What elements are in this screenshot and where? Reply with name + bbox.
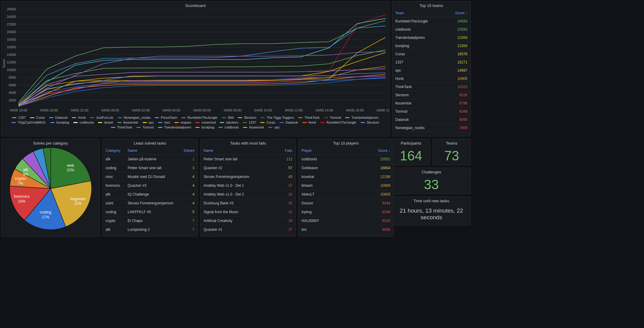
table-row[interactable]: Artificial Creativity 28 (201, 217, 295, 225)
table-row[interactable]: opc 14567 (392, 67, 470, 75)
legend-item[interactable]: Skrotum (361, 121, 379, 124)
table-row[interactable]: Andeby Web v1.0 - Del 2 32 (201, 190, 295, 199)
table-row[interactable]: coding LHKFFKLF #5 5 (103, 208, 197, 217)
table-row[interactable]: bm 8055 (298, 225, 393, 234)
col-team[interactable]: Team (392, 9, 445, 17)
table-row[interactable]: Quacker #2 57 (201, 164, 295, 173)
legend-swatch-icon (90, 117, 94, 118)
table-row[interactable]: afk IQ Challenge 4 (103, 190, 197, 199)
table-row[interactable]: AleksLT 10905 (298, 190, 393, 199)
legend-item[interactable]: Honk (72, 116, 86, 119)
legend-item[interactable]: Corax (260, 121, 275, 124)
legend-item[interactable]: Norwegian_noobs (118, 116, 151, 119)
legend-item[interactable]: fessemisk (117, 121, 138, 124)
col-player[interactable]: Player (298, 147, 356, 155)
col-fails[interactable]: Fails (275, 147, 295, 155)
legend-item[interactable]: PizzaTeam (155, 116, 177, 119)
table-row[interactable]: crypto El Chapo 7 (103, 217, 197, 225)
legend-item[interactable]: Trønderbataljonen (158, 125, 191, 129)
legend-label: ThinkTank (304, 116, 319, 119)
legend-item[interactable]: slackers (220, 121, 238, 124)
table-row[interactable]: Duckburg Bank #3 32 (201, 199, 295, 208)
legend-item[interactable]: opc (143, 121, 154, 124)
table-row[interactable]: bootplug 21554 (392, 42, 470, 50)
legend-label: RumbleInTheJungle (187, 116, 217, 119)
legend-item[interactable]: RumbleInTheJungle (181, 116, 217, 119)
table-row[interactable]: tryeng 8348 (298, 208, 393, 217)
table-row[interactable]: RumbleInTheJungle 24550 (392, 17, 470, 26)
legend-item[interactable]: 1337 (243, 121, 256, 124)
legend-item[interactable]: Tormod (324, 116, 341, 119)
table-row[interactable]: Noidremained 7809 (298, 234, 393, 237)
col-score[interactable]: Score ↓ (445, 9, 470, 17)
table-row[interactable]: Goldwave 18804 (298, 164, 393, 173)
legend-item[interactable]: bootplug (50, 121, 69, 124)
table-row[interactable]: coldboots 23550 (392, 26, 470, 34)
table-row[interactable]: ThinkTank 10323 (392, 83, 470, 91)
legend-item[interactable]: RumbleInTheJungle (320, 121, 356, 124)
legend-swatch-icon (222, 117, 226, 118)
table-row[interactable]: Skrues Forretningsimperium 43 (201, 173, 295, 181)
table-row[interactable]: bheam 10969 (298, 181, 393, 190)
table-row[interactable]: Signal from the Moon 32 (201, 208, 295, 217)
table-row[interactable]: fessemisk 8796 (392, 99, 470, 108)
legend-item[interactable]: 1337 (12, 116, 25, 119)
legend-item[interactable]: respwn (174, 121, 191, 124)
table-row[interactable]: Trønderbataljonen 22966 (392, 34, 470, 42)
table-row[interactable]: Doozer 9344 (298, 199, 393, 208)
table-row[interactable]: kosehai 12288 (298, 173, 393, 181)
legend-item[interactable]: Siiiii (222, 116, 234, 119)
legend-item[interactable]: runarmod (195, 121, 216, 124)
legend-item[interactable]: Corax (30, 116, 45, 119)
team-cell: Skrotum (392, 91, 445, 99)
legend-item[interactable]: Tormod (137, 125, 154, 129)
table-row[interactable]: forensics Quacker #3 4 (103, 181, 197, 190)
table-row[interactable]: Tormod 8348 (392, 108, 470, 116)
table-row[interactable]: Petter Smart sine tall 112 (201, 155, 295, 164)
table-row[interactable]: Honk 10905 (392, 75, 470, 83)
table-row[interactable]: afk Jakten på kodene 1 (103, 155, 197, 164)
legend-item[interactable]: coldboots (218, 125, 239, 129)
legend-item[interactable]: opc (268, 125, 280, 129)
solves-cell: 5 (180, 208, 197, 217)
table-row[interactable]: HAL5000Y 8316 (298, 217, 393, 225)
table-row[interactable]: 1337 15271 (392, 58, 470, 67)
legend-item[interactable]: Y2pjZ1plVmtjMkVL (12, 121, 46, 124)
table-row[interactable]: afk Lockpicking 2 7 (103, 225, 197, 234)
legend-item[interactable]: Datanok (280, 121, 298, 124)
table-row[interactable]: to_skruer_løs 27 (201, 234, 295, 237)
scoreboard-chart[interactable]: Score 2000400060008000100001200014000160… (5, 9, 386, 114)
col-name[interactable]: Name (125, 147, 180, 155)
legend-item[interactable]: Skrotum (238, 116, 256, 119)
col-score[interactable]: Score ↓ (356, 147, 393, 155)
col-solves[interactable]: Solves (180, 147, 197, 155)
legend-item[interactable]: ThinkTank (111, 125, 132, 129)
legend-item[interactable]: Datanok (49, 116, 68, 119)
legend-item[interactable]: The Tiggy Toggers (261, 116, 294, 119)
table-row[interactable]: osint Skrues Forretningsimperium 4 (103, 199, 197, 208)
table-row[interactable]: Norwegian_noobs 7809 (392, 124, 470, 132)
legend-item[interactable]: fessemisk (243, 125, 264, 129)
legend-item[interactable]: osci (158, 121, 170, 124)
table-row[interactable]: misc Musikk med DJ Donald 4 (103, 173, 197, 181)
table-row[interactable]: forensics en_skrue_løs 9 (103, 234, 197, 237)
col-category[interactable]: Category (103, 147, 125, 155)
legend-item[interactable]: bootplug (195, 125, 214, 129)
table-row[interactable]: Andeby Web v1.0 - Del 1 37 (201, 181, 295, 190)
legend-item[interactable]: JustForLolz (90, 116, 113, 119)
table-row[interactable]: Corax 18576 (392, 50, 470, 58)
legend-item[interactable]: ThinkTank (298, 116, 319, 119)
table-row[interactable]: Skrotum 9226 (392, 91, 470, 99)
table-row[interactable]: Datanok 8055 (392, 116, 470, 124)
table-row[interactable]: Quacker #1 27 (201, 225, 295, 234)
pie-chart[interactable]: web22%beginner22%coding17%forensics15%cr… (2, 147, 99, 230)
table-row[interactable]: coding Petter Smart sine tall 3 (103, 164, 197, 173)
legend-item[interactable]: Honk (302, 121, 316, 124)
col-name[interactable]: Name (201, 147, 275, 155)
legend-label: fessemisk (249, 125, 264, 129)
legend-label: coldboots (79, 121, 94, 124)
legend-item[interactable]: duniel (98, 121, 113, 124)
table-row[interactable]: coldboots 23552 (298, 155, 393, 164)
legend-item[interactable]: Trønderbataljonen (345, 116, 378, 119)
legend-item[interactable]: coldboots (73, 121, 94, 124)
